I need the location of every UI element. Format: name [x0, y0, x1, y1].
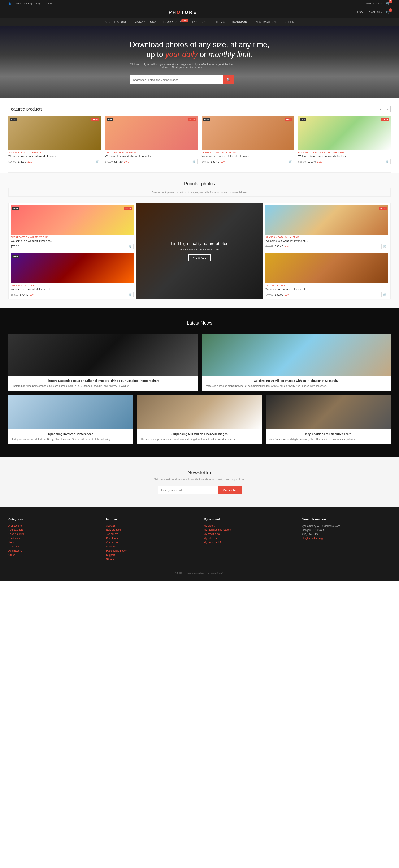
news-text-5: An eCommerce and digital veteran, Chris … [269, 437, 387, 441]
footer: Categories Architecture Fauna & flora Fo… [0, 507, 399, 581]
nav-abstractions[interactable]: ABSTRACTIONS [252, 18, 281, 26]
nav-transport[interactable]: TRANSPORT [228, 18, 252, 26]
center-subtext: that you will not find anywhere else. [180, 248, 219, 251]
nav-fauna[interactable]: FAUNA & FLORA [130, 18, 160, 26]
newsletter-section: Newsletter Get the latest creative news … [0, 457, 399, 507]
popular-price-food: $70.00 [11, 245, 19, 248]
product-tag-2: BEAUTIFUL GIRL IN FIELD [105, 151, 198, 154]
add-to-cart-3[interactable]: 🛒 [287, 159, 294, 164]
logo[interactable]: PHOTORE [169, 10, 197, 15]
cart-button[interactable]: 🛒 0 [386, 10, 391, 15]
footer-link-architecture[interactable]: Architecture [8, 524, 98, 527]
footer-link-other[interactable]: Other [8, 554, 98, 557]
badge-new-1: NEW [10, 118, 16, 121]
footer-bottom: © 2016 - Ecommerce software by PrestaSho… [8, 568, 391, 574]
newsletter-subscribe-button[interactable]: Subscribe [218, 486, 241, 494]
popular-footer-city2: $48.00 $38.40 -20% 🛒 [265, 244, 388, 249]
footer-information-title: Information [106, 518, 195, 521]
nav-link-sitemap[interactable]: Sitemap [24, 2, 33, 5]
popular-card-candles[interactable]: NEW BURNING CANDLES Welcome to a wonderf… [8, 251, 136, 299]
nav-architecture[interactable]: ARCHITECTURE [101, 18, 130, 26]
footer-link-our-stores[interactable]: Our stores [106, 537, 195, 540]
news-text-1: Photore has hired photographers Chelsea … [12, 384, 194, 388]
footer-link-transport[interactable]: Transport [8, 545, 98, 548]
footer-link-contact-us[interactable]: Contact us [106, 541, 195, 544]
footer-link-food[interactable]: Food & drinks [8, 533, 98, 535]
popular-image-food: NEW SALE! [11, 205, 134, 235]
add-to-cart-city2[interactable]: 🛒 [381, 244, 388, 249]
nav-food[interactable]: FOOD & DRINKS NEW [160, 18, 189, 26]
popular-left-col: NEW SALE! BREAKFAST ON WHITE WOODEN... W… [8, 203, 136, 299]
news-text-3: Today was announced that Tim Bixby, Chie… [12, 437, 130, 441]
store-email-link[interactable]: info@demstore.org [301, 536, 391, 540]
add-to-cart-desert[interactable]: 🛒 [381, 292, 388, 297]
old-price-3: $48.00 [202, 160, 209, 163]
news-card-4[interactable]: Surpassing 500 Million Licensed Images T… [137, 395, 262, 444]
footer-link-abstractions[interactable]: Abstractions [8, 549, 98, 552]
news-card-1[interactable]: Photore Expands Focus on Editorial Image… [8, 334, 198, 391]
currency-label[interactable]: USD ▾ [357, 11, 365, 14]
search-input[interactable] [130, 75, 223, 84]
language-label[interactable]: ENGLISH ▾ [369, 11, 382, 14]
footer-link-landscape[interactable]: Landscape [8, 537, 98, 540]
add-to-cart-food[interactable]: 🛒 [127, 244, 134, 249]
cart-icon[interactable]: 🛒 0 [386, 1, 391, 6]
store-name: My Company, 4578 Marmora Road, [301, 524, 391, 528]
footer-link-personal-info[interactable]: My personal info [204, 541, 293, 544]
nav-link-contact[interactable]: Contact [44, 2, 52, 5]
search-button[interactable]: 🔍 [223, 75, 234, 84]
product-card-2[interactable]: NEW SALE! BEAUTIFUL GIRL IN FIELD Welcom… [105, 116, 198, 164]
product-card-4[interactable]: NEW SALE! BOUQUET OF FLOWER ARRANGEMENT … [298, 116, 391, 164]
popular-section: Popular photos Browse our top rated coll… [0, 173, 399, 308]
product-card-3[interactable]: NEW SALE! BLANES - CATALONIA, SPAIN Welc… [202, 116, 294, 164]
news-image-5 [266, 395, 391, 429]
add-to-cart-1[interactable]: 🛒 [94, 159, 101, 164]
store-phone: (234) 567-9842 [301, 532, 391, 536]
footer-link-new-products[interactable]: New products [106, 528, 195, 531]
footer-link-items[interactable]: Items [8, 541, 98, 544]
footer-link-fauna[interactable]: Fauna & flora [8, 528, 98, 531]
nav-other[interactable]: OTHER [281, 18, 298, 26]
news-card-5[interactable]: Key Additions to Executive Team An eComm… [266, 395, 391, 444]
footer-link-orders[interactable]: My orders [204, 524, 293, 527]
store-address: My Company, 4578 Marmora Road, Glasgow D… [301, 524, 391, 540]
footer-link-specials[interactable]: Specials [106, 524, 195, 527]
news-card-3[interactable]: Upcoming Investor Conferences Today was … [8, 395, 133, 444]
footer-link-sitemap[interactable]: Sitemap [106, 558, 195, 561]
add-to-cart-2[interactable]: 🛒 [191, 159, 198, 164]
nav-items[interactable]: ITEMS [212, 18, 228, 26]
popular-tag-city2: BLANES - CATALONIA, SPAIN [265, 236, 388, 239]
footer-link-support[interactable]: Support [106, 554, 195, 557]
newsletter-email-input[interactable] [158, 486, 218, 494]
news-card-2[interactable]: Celebrating 60 Million Images with an 'A… [202, 334, 391, 391]
currency-selector[interactable]: USD [366, 2, 371, 5]
popular-title: Popular photos [8, 181, 391, 186]
popular-card-desert[interactable]: DINOSAURS PARK Welcome to a wonderful wo… [263, 251, 391, 299]
prev-button[interactable]: ‹ [377, 106, 384, 112]
product-card-1[interactable]: NEW SALE! ANIMALS IN SOUTH AFRICA... Wel… [8, 116, 101, 164]
add-to-cart-4[interactable]: 🛒 [384, 159, 391, 164]
language-selector[interactable]: ENGLISH [373, 2, 384, 5]
footer-link-returns[interactable]: My merchandise returns [204, 528, 293, 531]
footer-link-addresses[interactable]: My addresses [204, 537, 293, 540]
nav-link-home[interactable]: Home [15, 2, 21, 5]
popular-image-desert [265, 253, 388, 283]
popular-card-food[interactable]: NEW SALE! BREAKFAST ON WHITE WOODEN... W… [8, 203, 136, 251]
nav-link-blog[interactable]: Blog [36, 2, 41, 5]
view-all-button[interactable]: View all [189, 254, 210, 261]
add-to-cart-candles[interactable]: 🛒 [127, 292, 134, 297]
next-button[interactable]: › [385, 106, 391, 112]
footer-link-about-us[interactable]: About us [106, 545, 195, 548]
nav-landscape[interactable]: LANDSCAPE [189, 18, 213, 26]
footer-link-page-config[interactable]: Page configuration [106, 549, 195, 552]
old-price-4: $88.00 [298, 160, 306, 163]
footer-link-top-sellers[interactable]: Top sellers [106, 533, 195, 535]
product-image-3: NEW SALE! [202, 116, 294, 150]
center-heading: Find high-quality nature photos [171, 241, 228, 246]
popular-card-city2[interactable]: SALE! BLANES - CATALONIA, SPAIN Welcome … [263, 203, 391, 251]
footer-link-credit-slips[interactable]: My credit slips [204, 533, 293, 535]
footer-categories: Categories Architecture Fauna & flora Fo… [8, 518, 98, 562]
popular-title-food: Welcome to a wonderful world of.... [11, 239, 134, 243]
cart-badge: 0 [389, 8, 392, 12]
news-title: Latest News [8, 320, 391, 326]
